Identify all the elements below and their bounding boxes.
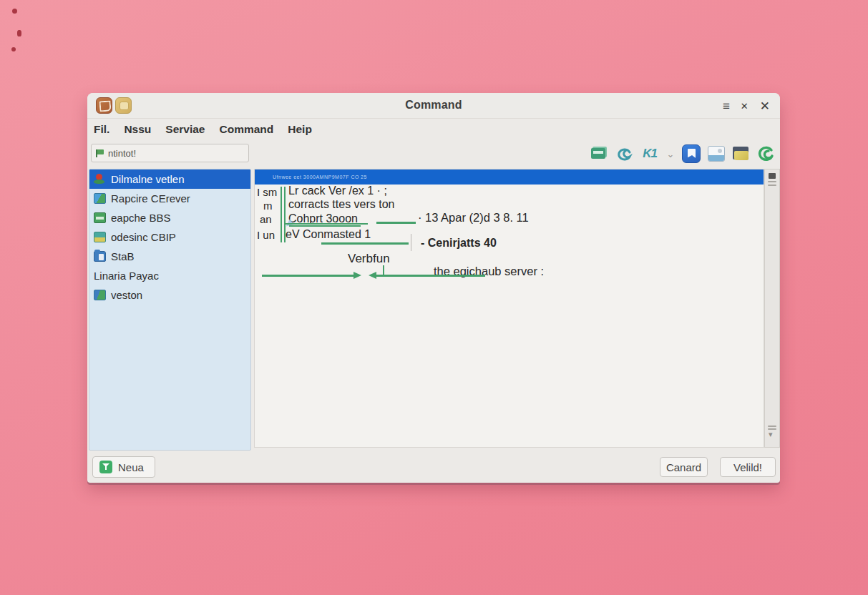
menu-item-service[interactable]: Serviae xyxy=(165,123,205,136)
sidebar-list: Dilmalne vetlen Rapcire CErever eapche B… xyxy=(89,169,251,451)
line-prefix: an xyxy=(260,213,272,225)
cherry-icon xyxy=(94,174,106,185)
teal-yellow-icon xyxy=(94,232,106,242)
line-prefix: I sm xyxy=(257,186,277,198)
maximize-icon[interactable]: ✕ xyxy=(741,102,748,111)
menu-item-help[interactable]: Heip xyxy=(288,123,312,136)
arrow-line xyxy=(376,275,485,277)
cancel-button[interactable]: Canard xyxy=(660,457,708,477)
window-menu-icon[interactable]: ≡ xyxy=(723,100,729,112)
package-icon[interactable] xyxy=(590,144,609,163)
vertical-scrollbar[interactable]: ▾ xyxy=(764,169,780,448)
terminal-line-verbfun: Verbfun xyxy=(348,252,390,266)
sidebar-item-label: Dilmalne vetlen xyxy=(111,173,185,185)
search-input[interactable]: ntintot! xyxy=(91,144,249,162)
underline xyxy=(289,225,361,227)
window-title: Command xyxy=(87,99,780,112)
cancel-button-label: Canard xyxy=(666,461,701,473)
terminal-line: corracts ttes vers ton xyxy=(288,198,395,211)
blue-folder-icon xyxy=(94,251,106,262)
window-controls: ≡ ✕ ✕ xyxy=(723,93,770,119)
sidebar-item-label: Linaria Payac xyxy=(94,270,159,282)
green-ring-icon[interactable] xyxy=(757,144,776,163)
header-tiny-text: Ufnwee eet 3000AMNP9M07F CO xyxy=(273,174,359,180)
image-icon[interactable] xyxy=(707,144,726,163)
sidebar-item-eapche-bbs[interactable]: eapche BBS xyxy=(89,208,250,227)
sidebar-item-label: Rapcire CErever xyxy=(111,192,190,205)
swirl-icon[interactable] xyxy=(615,144,634,163)
background-mark xyxy=(12,9,17,14)
scrollbar-line xyxy=(768,185,776,186)
toolbar-icons: K1 ⌄ xyxy=(590,142,776,165)
terminal-line: eV Conmasted 1 xyxy=(286,228,371,241)
sidebar-item-label: eapche BBS xyxy=(111,212,170,224)
blue-green-icon xyxy=(94,290,106,300)
sidebar-item-linaria-payac[interactable]: Linaria Payac xyxy=(89,266,250,285)
folder-icon[interactable] xyxy=(732,144,751,163)
main-header-bar: Ufnwee eet 3000AMNP9M07F CO 25 xyxy=(255,169,764,185)
title-bar[interactable]: Command ≡ ✕ ✕ xyxy=(87,93,780,119)
underline xyxy=(286,223,368,225)
green-photo-icon xyxy=(94,212,106,223)
menu-item-command[interactable]: Command xyxy=(219,123,273,136)
sidebar-item-rapcire-cerever[interactable]: Rapcire CErever xyxy=(89,189,250,208)
sidebar-item-veston[interactable]: veston xyxy=(89,285,250,305)
menu-item-nssu[interactable]: Nssu xyxy=(124,123,151,136)
menu-bar: Fil. Nssu Serviae Command Heip xyxy=(87,119,780,140)
green-blue-card-icon xyxy=(94,193,106,204)
sidebar-item-label: odesinc CBIP xyxy=(111,231,176,243)
divider xyxy=(411,234,411,251)
background-mark xyxy=(17,30,21,36)
news-button[interactable]: Neua xyxy=(92,456,155,478)
sidebar-item-odesinc-cbip[interactable]: odesinc CBIP xyxy=(89,227,250,247)
main-output-panel[interactable]: Ufnwee eet 3000AMNP9M07F CO 25 I sm m an… xyxy=(254,169,764,448)
background-mark xyxy=(11,47,16,51)
underline xyxy=(321,242,409,245)
k1-icon[interactable]: K1 xyxy=(640,144,659,163)
close-icon[interactable]: ✕ xyxy=(760,100,770,112)
command-window: Command ≡ ✕ ✕ Fil. Nssu Serviae Command … xyxy=(87,93,780,483)
line-segment xyxy=(376,222,416,224)
sidebar-item-label: veston xyxy=(111,289,142,301)
menu-item-file[interactable]: Fil. xyxy=(94,123,109,136)
terminal-line: Lr cack Ver /ex 1 · ; xyxy=(288,185,387,197)
bookmark-icon[interactable] xyxy=(682,144,701,163)
search-input-value: ntintot! xyxy=(108,148,136,159)
scrollbar-top-icon xyxy=(769,173,776,179)
funnel-icon xyxy=(99,461,112,473)
header-tiny-text: 25 xyxy=(361,174,367,180)
scrollbar-line xyxy=(768,181,776,182)
news-button-label: Neua xyxy=(118,461,144,473)
arrowhead-left-icon xyxy=(369,272,376,279)
flag-icon xyxy=(96,149,105,158)
terminal-line: - Cenirjatts 40 xyxy=(421,237,497,250)
sidebar-item-label: StaB xyxy=(111,250,135,262)
line-prefix: I un xyxy=(257,229,275,241)
line-prefix: m xyxy=(263,200,273,212)
valid-button[interactable]: Velild! xyxy=(720,457,776,477)
scroll-down-icon[interactable]: ▾ xyxy=(769,430,773,439)
chevron-down-icon[interactable]: ⌄ xyxy=(665,144,676,163)
sidebar-item-dilmalne-vetlen[interactable]: Dilmalne vetlen xyxy=(89,169,250,189)
terminal-line-date: · 13 Apar (2)d 3 8. 11 xyxy=(418,211,529,225)
scrollbar-line xyxy=(768,426,776,427)
sidebar-item-stab[interactable]: StaB xyxy=(89,247,250,266)
toolbar: ntintot! K1 ⌄ xyxy=(87,142,780,166)
arrow-line xyxy=(262,275,353,277)
valid-button-label: Velild! xyxy=(733,461,762,473)
arrowhead-right-icon xyxy=(353,272,361,279)
gutter-bar xyxy=(281,187,282,242)
